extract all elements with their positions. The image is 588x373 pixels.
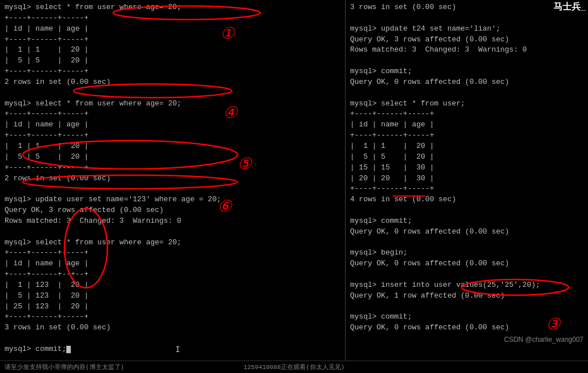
right-line-6 xyxy=(350,56,583,66)
right-line-14: | 1 | 1 | 20 | xyxy=(350,141,583,152)
right-line-5: Rows matched: 3 Changed: 3 Warnings: 0 xyxy=(350,45,583,56)
right-line-22: Query OK, 0 rows affected (0.00 sec) xyxy=(350,227,583,238)
left-line-12: | id | name | age | xyxy=(5,120,340,130)
left-line-13: +----+------+-----+ xyxy=(5,130,340,141)
right-line-30: mysql> commit; xyxy=(350,312,583,323)
left-line-23: mysql> select * from user where age= 20; xyxy=(5,238,340,248)
right-line-7: mysql> commit; xyxy=(350,66,583,77)
left-line-6: | 5 | 5 | 20 | xyxy=(5,56,340,66)
left-line-17: 2 rows in set (0.00 sec) xyxy=(5,173,340,184)
right-panel: 马士兵_ 3 rows in set (0.00 sec) mysql> upd… xyxy=(346,0,588,361)
left-line-29: | 25 | 123 | 20 | xyxy=(5,302,340,312)
right-line-25: Query OK, 0 rows affected (0.00 sec) xyxy=(350,258,583,269)
right-line-27: mysql> insert into user values(25,'25',2… xyxy=(350,280,583,291)
right-line-13: +----+------+-----+ xyxy=(350,130,583,141)
left-line-14: | 1 | 1 | 20 | xyxy=(5,141,340,152)
left-line-5: | 1 | 1 | 20 | xyxy=(5,45,340,56)
right-line-10: mysql> select * from user; xyxy=(350,99,583,109)
bottom-center-text: 1259410088正在观看(你太人见见) xyxy=(244,363,344,371)
right-line-16: | 15 | 15 | 30 | xyxy=(350,163,583,173)
right-line-1: 3 rows in set (0.00 sec) xyxy=(350,2,583,13)
left-line-10: mysql> select * from user where age= 20; xyxy=(5,99,340,109)
watermark: 马士兵_ xyxy=(553,1,586,13)
left-panel: mysql> select * from user where age= 20;… xyxy=(0,0,346,361)
bottom-bar: 请至少发支持我小哥弹的内容(博主太监了) 1259410088正在观看(你太人见… xyxy=(0,361,588,373)
left-line-3: | id | name | age | xyxy=(5,24,340,35)
right-line-8: Query OK, 0 rows affected (0.00 sec) xyxy=(350,77,583,88)
left-line-27: | 1 | 123 | 20 | xyxy=(5,280,340,291)
right-line-9 xyxy=(350,88,583,99)
left-line-30: +----+------+-----+ xyxy=(5,312,340,323)
right-line-15: | 5 | 5 | 20 | xyxy=(350,152,583,163)
right-line-2 xyxy=(350,13,583,24)
right-line-24: mysql> begin; xyxy=(350,248,583,258)
right-line-12: | id | name | age | xyxy=(350,120,583,130)
left-line-22 xyxy=(5,227,340,238)
left-terminal-content: mysql> select * from user where age= 20;… xyxy=(5,2,340,355)
left-line-21: Rows matched: 3 Changed: 3 Warnings: 0 xyxy=(5,216,340,227)
left-line-8: 2 rows in set (0.00 sec) xyxy=(5,77,340,88)
left-line-24: +----+------+-----+ xyxy=(5,248,340,258)
right-line-20 xyxy=(350,205,583,216)
left-line-19: mysql> update user set name='123' where … xyxy=(5,194,340,205)
main-container: mysql> select * from user where age= 20;… xyxy=(0,0,588,361)
left-line-32 xyxy=(5,333,340,344)
left-line-15: | 5 | 5 | 20 | xyxy=(5,152,340,163)
right-line-11: +----+------+-----+ xyxy=(350,109,583,120)
right-line-17: | 20 | 20 | 30 | xyxy=(350,173,583,184)
left-line-25: | id | name | age | xyxy=(5,258,340,269)
right-line-4: Query OK, 3 rows affected (0.00 sec) xyxy=(350,35,583,45)
right-line-23 xyxy=(350,238,583,248)
right-line-26 xyxy=(350,269,583,280)
left-commit-line: mysql> commit; xyxy=(5,344,340,355)
left-line-9 xyxy=(5,88,340,99)
right-line-3: mysql> update t24 set name='lian'; xyxy=(350,24,583,35)
left-line-7: +----+------+-----+ xyxy=(5,66,340,77)
left-line-4: +----+------+-----+ xyxy=(5,35,340,45)
left-line-28: | 5 | 123 | 20 | xyxy=(5,291,340,302)
left-line-1: mysql> select * from user where age= 20; xyxy=(5,2,340,13)
left-line-18 xyxy=(5,184,340,194)
right-line-31: Query OK, 0 rows affected (0.00 sec) xyxy=(350,323,583,333)
right-line-18: +----+------+-----+ xyxy=(350,184,583,194)
left-line-26: +----+------+--+--+ xyxy=(5,269,340,280)
right-line-28: Query OK, 1 row affected (0.00 sec) xyxy=(350,291,583,302)
right-line-29 xyxy=(350,302,583,312)
bottom-left-text: 请至少发支持我小哥弹的内容(博主太监了) xyxy=(5,363,124,371)
left-line-16: +----+------+-----+ xyxy=(5,163,340,173)
right-terminal-content: 3 rows in set (0.00 sec) mysql> update t… xyxy=(350,2,583,333)
left-line-20: Query OK, 3 rows affected (0.00 sec) xyxy=(5,205,340,216)
left-line-11: +----+------+-----+ xyxy=(5,109,340,120)
right-line-21: mysql> commit; xyxy=(350,216,583,227)
cursor xyxy=(66,346,71,353)
left-line-31: 3 rows in set (0.00 sec) xyxy=(5,323,340,333)
right-line-19: 4 rows in set (0.00 sec) xyxy=(350,194,583,205)
csdn-watermark: CSDN @charlie_wang007 xyxy=(504,336,583,344)
left-line-2: +----+------+-----+ xyxy=(5,13,340,24)
